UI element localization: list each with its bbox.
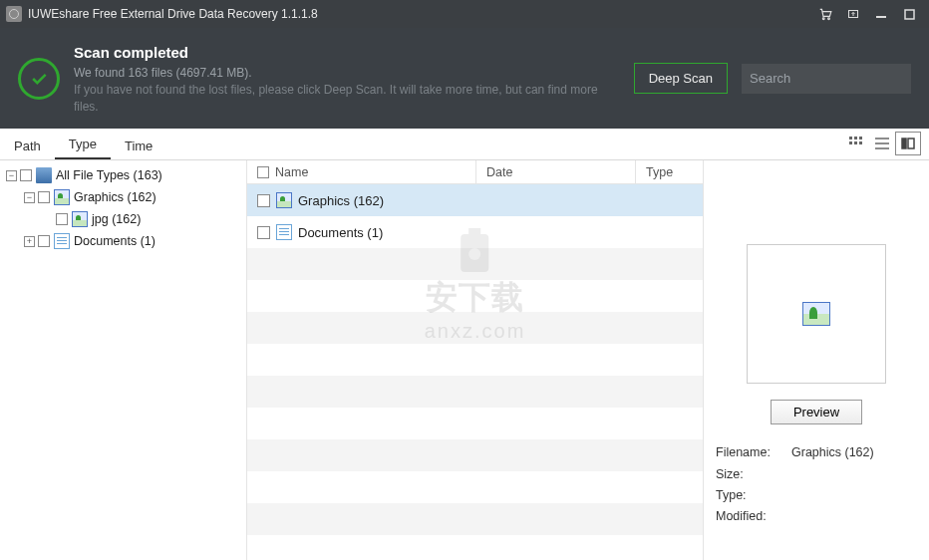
main-area: − All File Types (163) − Graphics (162) … — [0, 160, 929, 560]
checkbox[interactable] — [38, 235, 50, 247]
svg-point-0 — [822, 18, 824, 20]
app-icon — [6, 6, 22, 22]
image-icon — [276, 192, 292, 208]
status-line2: If you have not found the lost files, pl… — [74, 82, 620, 116]
check-icon — [18, 58, 60, 100]
minimize-button[interactable] — [867, 4, 895, 24]
row-label: Graphics (162) — [298, 193, 384, 208]
preview-pane: Preview Filename:Graphics (162) Size: Ty… — [704, 160, 929, 560]
tree-label: Graphics (162) — [74, 190, 156, 204]
meta-key: Type: — [716, 485, 791, 506]
maximize-button[interactable] — [895, 4, 923, 24]
tab-time[interactable]: Time — [111, 133, 166, 159]
document-icon — [54, 233, 70, 249]
collapse-icon[interactable]: − — [6, 170, 17, 181]
svg-rect-9 — [859, 137, 862, 140]
file-list: Name Date Type Graphics (162) Documents … — [247, 160, 704, 560]
status-line1: We found 163 files (4697.41 MB). — [74, 65, 620, 82]
status-heading: Scan completed — [74, 42, 620, 63]
drive-icon — [36, 167, 52, 183]
checkbox[interactable] — [56, 213, 68, 225]
tree-jpg[interactable]: jpg (162) — [2, 208, 244, 230]
preview-thumbnail — [747, 244, 886, 384]
list-row — [247, 535, 703, 560]
list-row — [247, 280, 703, 312]
meta-key: Filename: — [716, 442, 791, 463]
status-bar: Scan completed We found 163 files (4697.… — [0, 28, 929, 129]
tree-graphics[interactable]: − Graphics (162) — [2, 186, 244, 208]
image-icon — [802, 302, 830, 326]
preview-button[interactable]: Preview — [771, 400, 862, 424]
tab-path[interactable]: Path — [0, 133, 55, 159]
list-row — [247, 439, 703, 471]
list-body: Graphics (162) Documents (1) — [247, 184, 703, 560]
svg-rect-16 — [902, 139, 906, 148]
list-row — [247, 312, 703, 344]
tree-root[interactable]: − All File Types (163) — [2, 164, 244, 186]
svg-rect-11 — [854, 141, 857, 144]
svg-rect-4 — [905, 10, 914, 19]
filter-bar: Path Type Time — [0, 129, 929, 160]
checkbox[interactable] — [38, 191, 50, 203]
list-row — [247, 471, 703, 503]
list-header: Name Date Type — [247, 160, 703, 184]
cart-icon[interactable] — [811, 4, 839, 24]
svg-rect-8 — [854, 137, 857, 140]
file-tree: − All File Types (163) − Graphics (162) … — [0, 160, 247, 560]
col-type[interactable]: Type — [636, 160, 703, 183]
search-input[interactable] — [750, 71, 917, 86]
svg-rect-17 — [908, 139, 914, 148]
export-icon[interactable] — [839, 4, 867, 24]
svg-rect-10 — [849, 141, 852, 144]
image-icon — [72, 211, 88, 227]
status-text: Scan completed We found 163 files (4697.… — [74, 42, 620, 115]
col-date[interactable]: Date — [476, 160, 636, 183]
list-row[interactable]: Documents (1) — [247, 216, 703, 248]
meta-key: Size: — [716, 464, 791, 485]
tree-label: All File Types (163) — [56, 168, 162, 182]
deep-scan-button[interactable]: Deep Scan — [634, 63, 728, 94]
tree-documents[interactable]: + Documents (1) — [2, 230, 244, 252]
checkbox[interactable] — [20, 169, 32, 181]
checkbox[interactable] — [257, 194, 270, 207]
view-detail-icon[interactable] — [895, 132, 921, 155]
collapse-icon[interactable]: − — [24, 192, 35, 203]
list-row[interactable]: Graphics (162) — [247, 184, 703, 216]
checkbox[interactable] — [257, 166, 269, 178]
title-bar: IUWEshare Free External Drive Data Recov… — [0, 0, 929, 28]
svg-rect-7 — [849, 137, 852, 140]
app-title: IUWEshare Free External Drive Data Recov… — [28, 7, 811, 21]
meta-key: Modified: — [716, 506, 791, 527]
checkbox[interactable] — [257, 226, 270, 239]
svg-rect-12 — [859, 141, 862, 144]
tree-label: Documents (1) — [74, 234, 155, 248]
search-box[interactable] — [742, 64, 911, 94]
document-icon — [276, 224, 292, 240]
image-icon — [54, 189, 70, 205]
view-grid-icon[interactable] — [843, 132, 869, 155]
tab-type[interactable]: Type — [55, 131, 111, 159]
list-row — [247, 503, 703, 535]
svg-point-1 — [828, 18, 830, 20]
col-name[interactable]: Name — [247, 160, 476, 183]
row-label: Documents (1) — [298, 225, 383, 240]
list-row — [247, 408, 703, 439]
list-row — [247, 376, 703, 408]
file-metadata: Filename:Graphics (162) Size: Type: Modi… — [716, 442, 917, 527]
tree-label: jpg (162) — [92, 212, 141, 226]
list-row — [247, 344, 703, 376]
expand-icon[interactable]: + — [24, 236, 35, 247]
list-row — [247, 248, 703, 280]
view-list-icon[interactable] — [869, 132, 895, 155]
meta-value: Graphics (162) — [791, 442, 917, 463]
